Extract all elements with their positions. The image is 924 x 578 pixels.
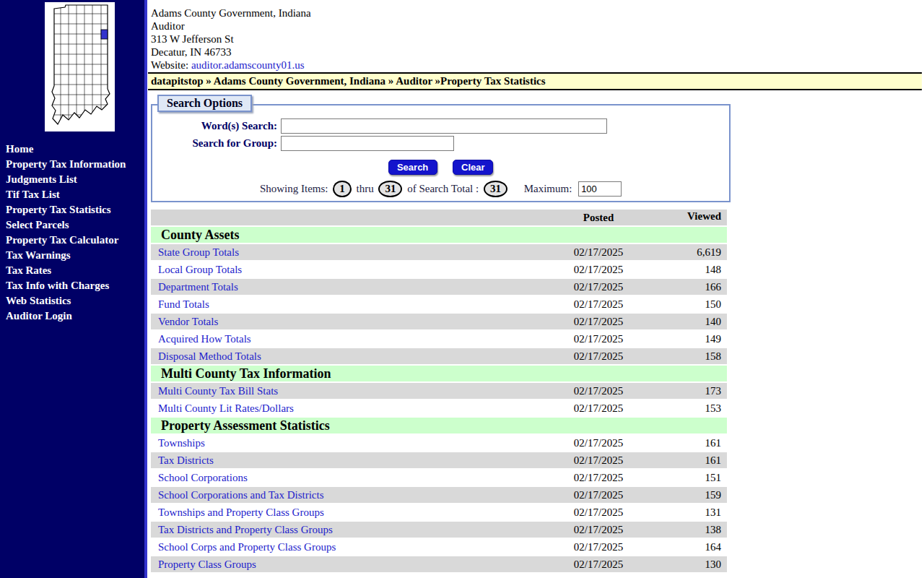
table-row: Acquired How Totals02/17/2025149 xyxy=(151,331,727,347)
section-row: Multi County Tax Information xyxy=(151,366,727,381)
viewed-count: 131 xyxy=(642,504,727,520)
item-link[interactable]: State Group Totals xyxy=(158,246,239,258)
viewed-count: 153 xyxy=(642,400,727,416)
viewed-count: 130 xyxy=(642,556,727,572)
showing-items-line: Showing Items: 1 thru 31 of Search Total… xyxy=(152,181,729,197)
sidebar: HomeProperty Tax InformationJudgments Li… xyxy=(0,0,144,578)
sidebar-item-tax-warnings[interactable]: Tax Warnings xyxy=(6,248,144,263)
group-search-input[interactable] xyxy=(281,136,454,151)
posted-date: 02/17/2025 xyxy=(555,348,642,364)
viewed-count: 159 xyxy=(642,487,727,503)
item-link[interactable]: Department Totals xyxy=(158,281,238,293)
maximum-label: Maximum: xyxy=(524,183,572,194)
posted-date: 02/17/2025 xyxy=(555,470,642,486)
sidebar-item-tax-rates[interactable]: Tax Rates xyxy=(6,263,144,278)
viewed-count: 149 xyxy=(642,331,727,347)
posted-date: 02/17/2025 xyxy=(555,314,642,329)
item-link[interactable]: School Corps and Property Class Groups xyxy=(158,541,336,553)
viewed-count: 148 xyxy=(642,262,727,277)
item-link[interactable]: Multi County Tax Bill Stats xyxy=(158,385,278,397)
table-row: Disposal Method Totals02/17/2025158 xyxy=(151,348,727,364)
item-link[interactable]: Multi County Lit Rates/Dollars xyxy=(158,402,294,414)
sidebar-item-property-tax-calculator[interactable]: Property Tax Calculator xyxy=(6,233,144,248)
sidebar-item-tif-tax-list[interactable]: Tif Tax List xyxy=(6,187,144,202)
posted-date: 02/17/2025 xyxy=(555,435,642,451)
table-row: State Group Totals02/17/20256,619 xyxy=(151,244,727,260)
word-search-label: Word(s) Search: xyxy=(152,120,281,132)
posted-date: 02/17/2025 xyxy=(555,400,642,416)
search-options-title: Search Options xyxy=(157,95,252,112)
search-button[interactable]: Search xyxy=(388,160,437,175)
item-link[interactable]: Tax Districts xyxy=(158,454,214,466)
thru-label: thru xyxy=(356,183,373,194)
item-link[interactable]: Townships and Property Class Groups xyxy=(158,506,324,518)
posted-date: 02/17/2025 xyxy=(555,487,642,503)
item-link[interactable]: Vendor Totals xyxy=(158,316,218,327)
section-header: County Assets xyxy=(151,227,727,243)
group-search-label: Search for Group: xyxy=(152,137,281,150)
showing-to-badge: 31 xyxy=(378,181,402,197)
column-header-row: Posted Viewed xyxy=(151,210,727,225)
website-label: Website: xyxy=(151,59,188,71)
org-city: Decatur, IN 46733 xyxy=(151,46,924,59)
posted-date: 02/17/2025 xyxy=(555,296,642,312)
item-link[interactable]: Local Group Totals xyxy=(158,264,242,275)
item-link[interactable]: School Corporations and Tax Districts xyxy=(158,489,323,501)
viewed-count: 140 xyxy=(642,314,727,329)
sidebar-item-property-tax-information[interactable]: Property Tax Information xyxy=(6,157,144,172)
adams-county-highlight xyxy=(101,30,108,39)
posted-date: 02/17/2025 xyxy=(555,331,642,347)
sidebar-item-tax-info-with-charges[interactable]: Tax Info with Charges xyxy=(6,278,144,293)
sidebar-item-select-parcels[interactable]: Select Parcels xyxy=(6,217,144,233)
viewed-column-header: Viewed xyxy=(642,210,727,225)
table-row: School Corps and Property Class Groups02… xyxy=(151,539,727,555)
item-link[interactable]: Tax Districts and Property Class Groups xyxy=(158,524,333,535)
table-row: Department Totals02/17/2025166 xyxy=(151,279,727,295)
page: HomeProperty Tax InformationJudgments Li… xyxy=(0,0,924,578)
posted-date: 02/17/2025 xyxy=(555,452,642,468)
sidebar-item-web-statistics[interactable]: Web Statistics xyxy=(6,293,144,309)
maximum-input[interactable] xyxy=(578,181,622,197)
county-map-logo[interactable] xyxy=(45,2,115,131)
table-row: Local Group Totals02/17/2025148 xyxy=(151,262,727,277)
sidebar-item-home[interactable]: Home xyxy=(6,142,144,157)
viewed-count: 161 xyxy=(642,452,727,468)
search-total-badge: 31 xyxy=(484,181,507,197)
table-row: Property Class Groups02/17/2025130 xyxy=(151,556,727,572)
posted-date: 02/17/2025 xyxy=(555,522,642,538)
viewed-count: 166 xyxy=(642,279,727,295)
table-row: Tax Districts02/17/2025161 xyxy=(151,452,727,468)
item-link[interactable]: Property Class Groups xyxy=(158,558,256,570)
section-header: Property Assessment Statistics xyxy=(151,418,727,434)
website-link[interactable]: auditor.adamscounty01.us xyxy=(191,59,305,71)
posted-date: 02/17/2025 xyxy=(555,539,642,555)
search-total-label: of Search Total : xyxy=(407,183,479,194)
item-link[interactable]: Fund Totals xyxy=(158,298,209,310)
item-link[interactable]: Townships xyxy=(158,437,205,449)
clear-button[interactable]: Clear xyxy=(453,160,493,175)
item-link[interactable]: Disposal Method Totals xyxy=(158,350,261,362)
title-column-header xyxy=(151,210,555,225)
items-table: Posted Viewed County AssetsState Group T… xyxy=(151,208,727,574)
table-row: School Corporations02/17/2025151 xyxy=(151,470,727,486)
table-row: Vendor Totals02/17/2025140 xyxy=(151,314,727,329)
viewed-count: 6,619 xyxy=(642,244,727,260)
item-link[interactable]: School Corporations xyxy=(158,472,248,483)
breadcrumb[interactable]: datapitstop » Adams County Government, I… xyxy=(148,72,922,90)
viewed-count: 161 xyxy=(642,435,727,451)
posted-date: 02/17/2025 xyxy=(555,244,642,260)
sidebar-item-judgments-list[interactable]: Judgments List xyxy=(6,172,144,187)
sidebar-nav: HomeProperty Tax InformationJudgments Li… xyxy=(6,142,144,324)
content: Adams County Government, Indiana Auditor… xyxy=(147,0,924,578)
table-row: School Corporations and Tax Districts02/… xyxy=(151,487,727,503)
viewed-count: 150 xyxy=(642,296,727,312)
viewed-count: 164 xyxy=(642,539,727,555)
section-row: County Assets xyxy=(151,227,727,243)
word-search-input[interactable] xyxy=(281,118,607,134)
sidebar-item-property-tax-statistics[interactable]: Property Tax Statistics xyxy=(6,202,144,217)
item-link[interactable]: Acquired How Totals xyxy=(158,333,251,345)
indiana-county-map-icon xyxy=(45,2,115,131)
sidebar-item-auditor-login[interactable]: Auditor Login xyxy=(6,309,144,324)
viewed-count: 158 xyxy=(642,348,727,364)
posted-date: 02/17/2025 xyxy=(555,279,642,295)
